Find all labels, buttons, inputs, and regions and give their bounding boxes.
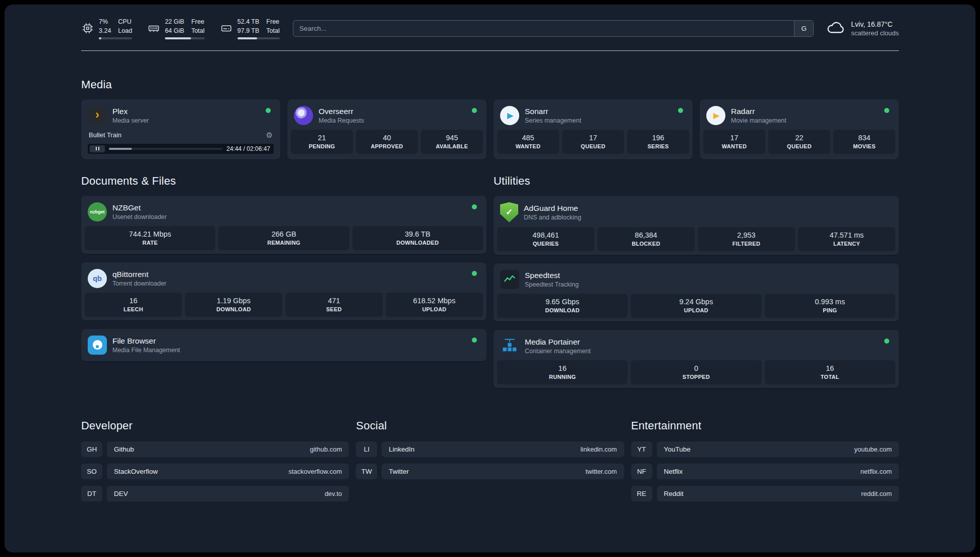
stat-box: 0.993 msPING — [765, 294, 895, 318]
radarr-link[interactable]: ▶ Radarr Movie management — [703, 103, 895, 130]
cpu-load-label: Load — [118, 27, 132, 35]
service-desc: Container management — [525, 348, 591, 355]
bookmark-url: reddit.com — [861, 490, 892, 497]
stat-box: 16TOTAL — [765, 360, 895, 384]
dashboard-page: 7% 3.24 CPU Load — [5, 5, 975, 552]
portainer-icon — [500, 337, 519, 356]
bookmark-reddit[interactable]: RE Redditreddit.com — [631, 486, 899, 502]
status-dot — [266, 108, 271, 113]
bookmark-linkedin[interactable]: LI LinkedInlinkedin.com — [356, 441, 624, 457]
sonarr-play-glyph: ▶ — [507, 111, 513, 120]
service-desc: Media File Management — [112, 347, 180, 354]
nzbget-link[interactable]: nzbget NZBGet Usenet downloader — [85, 199, 483, 226]
bookmark-abbr: DT — [81, 486, 102, 502]
status-dot — [678, 108, 683, 113]
qbittorrent-icon: qb — [88, 269, 107, 288]
playback-time: 24:44 / 02:06:47 — [226, 145, 270, 152]
memory-free-label: Free — [191, 18, 204, 26]
section-title-developer: Developer — [81, 419, 349, 432]
gear-icon[interactable]: ⚙ — [266, 131, 273, 140]
qbittorrent-link[interactable]: qb qBittorrent Torrent downloader — [85, 266, 483, 293]
service-desc: Media Requests — [319, 117, 364, 124]
portainer-card: Media Portainer Container management 16R… — [494, 330, 899, 388]
plex-link[interactable]: › Plex Media server — [85, 103, 277, 130]
service-desc: DNS and adblocking — [524, 214, 581, 221]
cpu-progress-bar — [99, 37, 132, 39]
radarr-card: ▶ Radarr Movie management 17WANTED 22QUE… — [700, 99, 899, 159]
bookmarks-section: Developer GH Githubgithub.com SO StackOv… — [81, 419, 899, 502]
bookmark-stackoverflow[interactable]: SO StackOverflowstackoverflow.com — [81, 464, 349, 479]
stat-box: 471SEED — [285, 293, 383, 317]
service-desc: Movie management — [731, 117, 786, 124]
bookmark-github[interactable]: GH Githubgithub.com — [81, 441, 349, 457]
radarr-play-glyph: ▶ — [713, 111, 719, 120]
bookmark-abbr: SO — [81, 464, 102, 479]
seek-fill — [109, 148, 132, 150]
seek-bar — [109, 148, 222, 150]
bookmark-url: github.com — [310, 445, 342, 453]
search-provider-button[interactable]: G — [794, 21, 813, 36]
stat-box: 618.52 MbpsUPLOAD — [386, 293, 483, 317]
section-title-social: Social — [356, 419, 624, 432]
section-title-utilities: Utilities — [494, 175, 899, 188]
disk-widget: 52.4 TB 97.9 TB Free Total — [220, 18, 280, 39]
disk-icon — [220, 22, 233, 35]
service-name: Plex — [112, 107, 149, 116]
stat-box: 16LEECH — [85, 293, 182, 317]
stat-box: 17QUEUED — [562, 130, 624, 154]
speedtest-link[interactable]: Speedtest Speedtest Tracking — [497, 267, 895, 294]
service-name: Overseerr — [319, 107, 364, 116]
stat-box: 834MOVIES — [833, 130, 895, 154]
status-dot — [472, 338, 477, 343]
bookmark-name: Github — [114, 445, 134, 453]
documents-section: Documents & Files nzbget NZBGet Usenet d… — [81, 175, 486, 388]
overseerr-link[interactable]: Overseerr Media Requests — [291, 103, 483, 130]
disk-total-value: 97.9 TB — [237, 27, 260, 35]
search-input[interactable] — [293, 21, 794, 36]
stat-box: 945AVAILABLE — [421, 130, 483, 154]
bookmark-abbr: GH — [81, 441, 102, 457]
cpu-usage-label: CPU — [118, 18, 132, 26]
qbittorrent-card: qb qBittorrent Torrent downloader 16LEEC… — [81, 262, 486, 320]
disk-free-label: Free — [266, 18, 279, 26]
service-desc: Media server — [112, 117, 149, 124]
portainer-link[interactable]: Media Portainer Container management — [497, 333, 895, 360]
bookmark-url: twitter.com — [586, 468, 617, 475]
service-name: Speedtest — [525, 271, 579, 280]
cpu-widget: 7% 3.24 CPU Load — [81, 18, 132, 39]
filebrowser-card: File Browser Media File Management — [81, 329, 486, 361]
status-dot — [472, 204, 477, 209]
bookmark-url: youtube.com — [854, 445, 892, 453]
filebrowser-link[interactable]: File Browser Media File Management — [85, 332, 483, 358]
memory-total-label: Total — [191, 27, 204, 35]
nzbget-card: nzbget NZBGet Usenet downloader 744.21 M… — [81, 196, 486, 254]
plex-chevron-glyph: › — [95, 107, 99, 122]
adguard-card: ✓ AdGuard Home DNS and adblocking 498,46… — [494, 196, 899, 255]
search-bar[interactable]: G — [293, 20, 814, 37]
bookmark-youtube[interactable]: YT YouTubeyoutube.com — [631, 441, 899, 457]
system-widgets: 7% 3.24 CPU Load — [81, 18, 280, 39]
pause-button[interactable] — [90, 145, 105, 152]
cpu-load-value: 3.24 — [99, 27, 111, 35]
bookmark-name: YouTube — [664, 445, 691, 453]
plex-icon: › — [88, 106, 107, 125]
cloud-icon — [827, 20, 846, 37]
service-name: NZBGet — [112, 203, 167, 212]
service-name: Media Portainer — [525, 338, 591, 347]
adguard-link[interactable]: ✓ AdGuard Home DNS and adblocking — [497, 199, 895, 227]
bookmark-name: Netflix — [664, 468, 683, 475]
bookmark-abbr: YT — [631, 441, 652, 457]
stat-box: 196SERIES — [627, 130, 689, 154]
bookmark-url: stackoverflow.com — [288, 468, 342, 475]
bookmark-dev[interactable]: DT DEVdev.to — [81, 486, 349, 502]
header-divider — [81, 50, 899, 51]
memory-progress-bar — [165, 37, 205, 39]
bookmark-name: DEV — [114, 490, 128, 497]
sonarr-link[interactable]: ▶ Sonarr Series management — [497, 103, 689, 130]
bookmark-abbr: LI — [356, 441, 377, 457]
plex-now-playing: Bullet Train ⚙ 24:44 / 02:06:47 — [85, 130, 277, 156]
bookmark-twitter[interactable]: TW Twittertwitter.com — [356, 464, 624, 479]
bookmark-netflix[interactable]: NF Netflixnetflix.com — [631, 464, 899, 479]
bookmark-abbr: TW — [356, 464, 377, 479]
bookmark-name: StackOverflow — [114, 468, 158, 475]
